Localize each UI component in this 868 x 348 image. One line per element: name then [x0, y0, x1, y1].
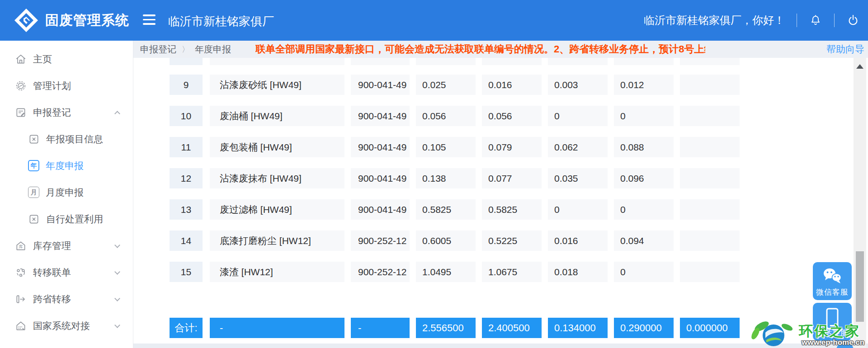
breadcrumb: 申报登记 〉 年度申报 [140, 41, 231, 58]
phone-service-button[interactable]: 电话客服 [813, 303, 852, 341]
waste-code: 900-041-49 [351, 199, 410, 220]
declare-register-icon [15, 107, 27, 118]
total-cell: 2.400500 [482, 318, 542, 338]
total-cell: 2.556500 [416, 318, 476, 338]
value-cell: 0.056 [482, 106, 542, 126]
value-cell [680, 75, 740, 95]
table-row: 13 废过滤棉 [HW49] 900-041-49 0.5825 0.5825 … [133, 199, 740, 220]
menu-toggle-icon[interactable] [143, 14, 156, 26]
logout-power-icon[interactable] [846, 14, 860, 27]
value-cell [680, 262, 740, 282]
waste-name: 废油桶 [HW49] [210, 106, 344, 126]
waste-code: 900-041-49 [351, 106, 410, 126]
sidebar-item-annual-declaration[interactable]: 年 年度申报 [0, 152, 133, 179]
value-cell: 0.5225 [482, 230, 542, 251]
value-cell: 0.105 [416, 137, 476, 157]
scrollbar-thumb[interactable] [856, 251, 864, 322]
phone-icon [813, 307, 852, 331]
home-icon [15, 53, 27, 65]
value-cell: 0.6005 [416, 230, 476, 251]
total-cell: - [210, 318, 344, 338]
sidebar-item-self-disposal[interactable]: 自行处置利用 [0, 206, 133, 232]
waste-code: 900-252-12 [351, 262, 410, 282]
sidebar-item-label: 国家系统对接 [33, 320, 90, 332]
value-cell: 0.003 [548, 75, 608, 95]
total-cell: 0.290000 [614, 318, 674, 338]
waste-code: 900-252-12 [351, 230, 410, 251]
sidebar-item-monthly-declaration[interactable]: 月 月度申报 [0, 179, 133, 206]
total-cell: 0.134000 [548, 318, 608, 338]
sidebar-item-management-plan[interactable]: 管理计划 [0, 72, 133, 99]
vertical-scrollbar[interactable] [854, 58, 866, 348]
value-cell: 0 [548, 106, 608, 126]
table-row: 14 底漆打磨粉尘 [HW12] 900-252-12 0.6005 0.522… [133, 230, 740, 251]
wechat-icon [813, 266, 852, 287]
value-cell: 0.016 [482, 75, 542, 95]
breadcrumb-bar: 申报登记 〉 年度申报 联单全部调用国家最新接口，可能会造成无法获取联单编号的情… [133, 41, 868, 58]
sidebar-item-label: 库存管理 [33, 240, 71, 252]
value-cell: 0 [548, 199, 608, 220]
chevron-up-icon [114, 111, 120, 117]
row-index: 13 [170, 199, 203, 220]
chevron-down-icon [114, 269, 120, 275]
scrolling-notice: 联单全部调用国家最新接口，可能会造成无法获取联单编号的情况。2、跨省转移业务停止… [255, 41, 705, 58]
value-cell [680, 137, 740, 157]
row-index: 12 [170, 168, 203, 188]
sidebar-item-cross-province[interactable]: 跨省转移 [0, 286, 133, 312]
value-cell: 0 [614, 262, 674, 282]
total-cell: - [351, 318, 410, 338]
help-guide-link[interactable]: 帮助向导 [826, 41, 864, 58]
chevron-down-icon [114, 242, 120, 248]
sidebar-item-label: 申报登记 [33, 106, 71, 119]
waste-code: 900-041-49 [351, 137, 410, 157]
table-row: 15 漆渣 [HW12] 900-252-12 1.0495 1.0675 0.… [133, 262, 740, 282]
value-cell: 0.016 [548, 230, 608, 251]
value-cell: 0.079 [482, 137, 542, 157]
wechat-service-button[interactable]: 微信客服 [813, 262, 852, 300]
header-divider [797, 14, 797, 27]
notifications-bell-icon[interactable] [809, 14, 822, 27]
waste-name: 沾漆废砂纸 [HW49] [210, 75, 344, 95]
value-cell: 0.077 [482, 168, 542, 188]
value-cell: 0.094 [614, 230, 674, 251]
national-system-icon [15, 320, 27, 332]
value-cell: 0.012 [614, 75, 674, 95]
chevron-down-icon [114, 296, 120, 301]
waste-code: 900-041-49 [351, 75, 410, 95]
svg-text:库: 库 [19, 244, 23, 249]
sidebar-item-national-system[interactable]: 国家系统对接 [0, 312, 133, 339]
annual-declaration-table: 9 沾漆废砂纸 [HW49] 900-041-49 0.025 0.016 0.… [133, 58, 868, 348]
self-disposal-icon [28, 213, 40, 225]
sidebar-item-home[interactable]: 主页 [0, 46, 133, 72]
wechat-service-label: 微信客服 [816, 287, 849, 297]
waste-name: 废过滤棉 [HW49] [210, 199, 344, 220]
value-cell: 0.018 [548, 262, 608, 282]
sidebar-item-declare-register[interactable]: 申报登记 [0, 99, 133, 126]
value-cell: 1.0495 [416, 262, 476, 282]
sidebar-item-label: 管理计划 [33, 80, 71, 92]
total-cell: 0.000000 [680, 318, 740, 338]
table-row-clipped [133, 58, 740, 65]
sidebar-item-annual-project-info[interactable]: 年报项目信息 [0, 126, 133, 152]
sidebar-item-inventory[interactable]: 库 库存管理 [0, 232, 133, 259]
breadcrumb-current-page: 年度申报 [195, 43, 231, 56]
breadcrumb-separator: 〉 [182, 44, 189, 55]
app-header: 固废管理系统 临沂市新桂铭家俱厂 临沂市新桂铭家俱厂，你好！ [0, 0, 868, 41]
total-label: 合计: [170, 318, 203, 338]
sidebar-item-transfer-manifest[interactable]: 转移联单 [0, 259, 133, 286]
scroll-up-arrow-icon[interactable] [856, 64, 863, 69]
breadcrumb-section[interactable]: 申报登记 [140, 43, 176, 56]
transfer-manifest-icon [15, 267, 27, 278]
value-cell [680, 199, 740, 220]
row-index: 14 [170, 230, 203, 251]
app-title: 固废管理系统 [45, 11, 129, 30]
waste-name: 废包装桶 [HW49] [210, 137, 344, 157]
table-row: 9 沾漆废砂纸 [HW49] 900-041-49 0.025 0.016 0.… [133, 75, 740, 95]
row-index: 9 [170, 75, 203, 95]
annual-project-icon [28, 133, 40, 145]
sidebar-item-label: 主页 [33, 53, 52, 66]
company-name: 临沂市新桂铭家俱厂 [168, 14, 274, 29]
year-calendar-icon: 年 [28, 160, 39, 171]
sidebar: 主页 管理计划 申报登记 年报项目信息 年 年度申报 月 月度申报 [0, 41, 133, 348]
value-cell [680, 106, 740, 126]
